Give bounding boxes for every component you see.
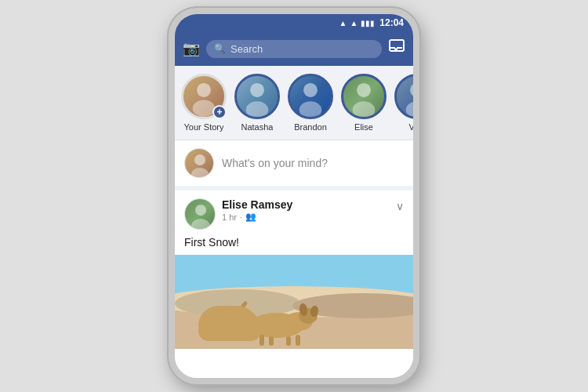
prompt-avatar: [184, 148, 214, 178]
post-meta: Elise Ramsey 1 hr · 👥: [222, 198, 390, 222]
svg-point-12: [191, 168, 209, 178]
status-bar: ▲ ▲ ▮▮▮ 12:04: [175, 14, 413, 31]
phone-frame: ▲ ▲ ▮▮▮ 12:04 📷 🔍 Search: [169, 8, 419, 384]
camera-icon[interactable]: 📷: [183, 40, 200, 57]
story-label-vine: Vinc: [408, 122, 413, 132]
story-label-your-story: Your Story: [184, 122, 224, 132]
story-avatar-natasha: [234, 74, 280, 119]
story-label-brandon: Brandon: [294, 122, 327, 132]
post-prompt-text[interactable]: What's on your mind?: [222, 157, 404, 169]
svg-point-5: [303, 83, 318, 97]
post-header: Elise Ramsey 1 hr · 👥 ∨: [175, 191, 413, 234]
svg-rect-27: [286, 336, 291, 346]
search-placeholder: Search: [230, 43, 263, 55]
svg-point-6: [299, 101, 322, 117]
status-time: 12:04: [379, 17, 404, 28]
svg-point-10: [406, 101, 413, 117]
status-icons: ▲ ▲ ▮▮▮: [339, 19, 375, 27]
svg-point-7: [357, 83, 371, 97]
svg-rect-28: [296, 335, 300, 346]
search-icon: 🔍: [214, 43, 226, 54]
battery-icon: ▮▮▮: [361, 19, 375, 27]
story-label-natasha: Natasha: [241, 122, 274, 132]
svg-point-9: [410, 83, 413, 97]
story-item-elise[interactable]: Elise: [341, 74, 387, 132]
svg-point-8: [353, 101, 376, 117]
post-subline: 1 hr · 👥: [222, 212, 390, 222]
story-avatar-elise: [341, 74, 387, 119]
add-story-badge[interactable]: +: [212, 105, 227, 119]
post-time: 1 hr: [222, 212, 237, 222]
svg-rect-26: [269, 336, 274, 346]
story-label-elise: Elise: [354, 122, 373, 132]
story-item-brandon[interactable]: Brandon: [288, 74, 333, 132]
post-author-avatar[interactable]: [184, 198, 216, 230]
svg-point-14: [191, 219, 210, 230]
post-author-name: Elise Ramsey: [222, 198, 390, 211]
story-item-your-story[interactable]: + Your Story: [181, 74, 227, 132]
svg-point-4: [246, 101, 269, 117]
svg-point-1: [197, 83, 211, 97]
search-box[interactable]: 🔍 Search: [206, 40, 382, 58]
svg-point-2: [193, 100, 216, 117]
post-image: [175, 255, 413, 349]
story-item-natasha[interactable]: Natasha: [234, 74, 280, 132]
story-item-vine[interactable]: Vinc: [394, 74, 413, 132]
stories-section: + Your Story Natasha: [175, 66, 413, 140]
post-prompt[interactable]: What's on your mind?: [175, 140, 413, 191]
svg-rect-25: [260, 335, 264, 346]
messenger-icon[interactable]: [388, 38, 405, 60]
post-card: Elise Ramsey 1 hr · 👥 ∨ First Snow!: [175, 191, 413, 378]
nav-bar: 📷 🔍 Search: [175, 31, 413, 66]
story-avatar-vine: [394, 74, 413, 119]
post-audience-icon: 👥: [245, 212, 256, 222]
post-dot: ·: [240, 212, 242, 222]
post-text: First Snow!: [175, 234, 413, 255]
svg-point-3: [250, 83, 264, 97]
svg-point-11: [194, 154, 205, 165]
signal-icon: ▲: [350, 19, 358, 27]
wifi-icon: ▲: [339, 19, 347, 27]
svg-point-13: [195, 205, 206, 216]
story-avatar-brandon: [288, 74, 333, 119]
post-chevron-icon[interactable]: ∨: [396, 200, 404, 212]
